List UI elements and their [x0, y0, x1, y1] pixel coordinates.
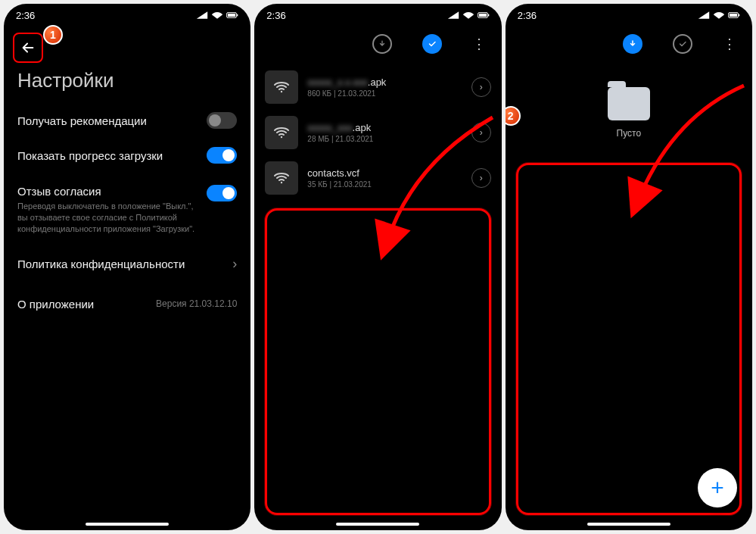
status-time: 2:36: [266, 10, 285, 21]
tab-completed[interactable]: [673, 34, 692, 54]
consent-subtitle: Переводя выключатель в положение "Выкл."…: [17, 201, 199, 235]
setting-label: Отзыв согласия Переводя выключатель в по…: [17, 185, 207, 235]
download-icon: [628, 39, 637, 48]
toggle-progress[interactable]: [207, 147, 237, 164]
check-icon: [428, 39, 437, 48]
about-version: Версия 21.03.12.10: [156, 298, 237, 309]
empty-state: Пусто: [506, 64, 752, 139]
svg-point-6: [281, 91, 282, 92]
chevron-right-icon[interactable]: ›: [471, 168, 491, 188]
highlight-box: [516, 163, 742, 515]
status-time: 2:36: [16, 10, 35, 21]
setting-about[interactable]: О приложении Версия 21.03.12.10: [4, 281, 250, 327]
status-bar: 2:36: [506, 4, 752, 27]
svg-point-8: [281, 182, 282, 183]
file-name: contacts.vcf: [307, 167, 462, 179]
file-meta: xxxxx_xxx.apk 28 МБ | 21.03.2021: [307, 122, 462, 143]
folder-icon: [608, 87, 650, 120]
status-bar: 2:36: [4, 4, 250, 27]
empty-label: Пусто: [617, 128, 642, 139]
home-indicator[interactable]: [336, 523, 419, 526]
toggle-consent[interactable]: [207, 185, 237, 201]
step-badge-1: 1: [43, 25, 63, 45]
wifi-icon: [265, 161, 298, 195]
back-row: 1: [4, 27, 250, 69]
svg-rect-4: [479, 14, 487, 17]
file-name: xxxxx_xxx.apk: [307, 122, 462, 133]
setting-consent[interactable]: Отзыв согласия Переводя выключатель в по…: [4, 173, 250, 247]
svg-rect-2: [237, 14, 238, 17]
setting-label: Получать рекомендации: [17, 114, 207, 127]
consent-title: Отзыв согласия: [17, 185, 199, 198]
file-row[interactable]: xxxxx_xxx.apk 28 МБ | 21.03.2021 ›: [254, 110, 501, 155]
about-label: О приложении: [17, 298, 156, 311]
highlight-box: [265, 208, 490, 515]
tab-bar: ⋮: [254, 27, 501, 64]
wifi-icon: [265, 116, 298, 149]
svg-rect-11: [739, 14, 739, 17]
chevron-right-icon: ›: [232, 256, 237, 272]
tab-completed[interactable]: [422, 34, 442, 54]
svg-point-7: [281, 136, 282, 138]
setting-recommendations[interactable]: Получать рекомендации: [4, 103, 250, 138]
chevron-right-icon[interactable]: ›: [471, 123, 491, 142]
home-indicator[interactable]: [86, 523, 169, 526]
add-button[interactable]: +: [698, 468, 737, 507]
download-icon: [378, 39, 387, 48]
home-indicator[interactable]: [587, 523, 670, 526]
check-icon: [678, 39, 687, 48]
more-menu[interactable]: ⋮: [472, 36, 487, 52]
phone-downloads-list: 2:36 ⋮ xxxxx_x.x.xxx.apk 860 КБ | 21.03.…: [254, 4, 501, 530]
file-row[interactable]: xxxxx_x.x.xxx.apk 860 КБ | 21.03.2021 ›: [254, 64, 501, 110]
tab-downloads[interactable]: [623, 34, 642, 54]
file-info: 35 КБ | 21.03.2021: [307, 180, 462, 189]
setting-label: Показать прогресс загрузки: [17, 149, 207, 162]
status-icons: [698, 10, 740, 20]
status-icons: [196, 10, 238, 20]
status-icons: [447, 10, 490, 20]
wifi-icon: [265, 70, 298, 104]
setting-progress[interactable]: Показать прогресс загрузки: [4, 138, 250, 173]
file-name: xxxxx_x.x.xxx.apk: [307, 77, 462, 88]
chevron-right-icon[interactable]: ›: [471, 77, 491, 97]
setting-privacy[interactable]: Политика конфиденциальности ›: [4, 247, 250, 281]
setting-label: Политика конфиденциальности: [17, 258, 232, 270]
file-meta: contacts.vcf 35 КБ | 21.03.2021: [307, 167, 462, 189]
phone-settings: 2:36 1 Настройки Получать рекомендации П…: [4, 4, 250, 530]
toggle-recommendations[interactable]: [207, 112, 237, 129]
file-info: 28 МБ | 21.03.2021: [307, 135, 462, 143]
svg-rect-5: [488, 14, 489, 17]
file-info: 860 КБ | 21.03.2021: [307, 89, 462, 98]
more-menu[interactable]: ⋮: [723, 36, 737, 52]
svg-rect-10: [730, 14, 737, 17]
tab-bar: ⋮: [506, 27, 752, 64]
status-time: 2:36: [518, 10, 537, 21]
tab-downloads[interactable]: [372, 34, 392, 54]
arrow-left-icon: [20, 39, 36, 56]
phone-downloads-empty: 2:36 ⋮ Пусто 2 +: [506, 4, 752, 530]
file-row[interactable]: contacts.vcf 35 КБ | 21.03.2021 ›: [254, 155, 501, 201]
plus-icon: +: [711, 475, 724, 501]
page-title: Настройки: [4, 69, 250, 103]
back-button[interactable]: [13, 33, 43, 63]
status-bar: 2:36: [254, 4, 501, 27]
svg-rect-1: [228, 14, 235, 17]
file-meta: xxxxx_x.x.xxx.apk 860 КБ | 21.03.2021: [307, 77, 462, 98]
